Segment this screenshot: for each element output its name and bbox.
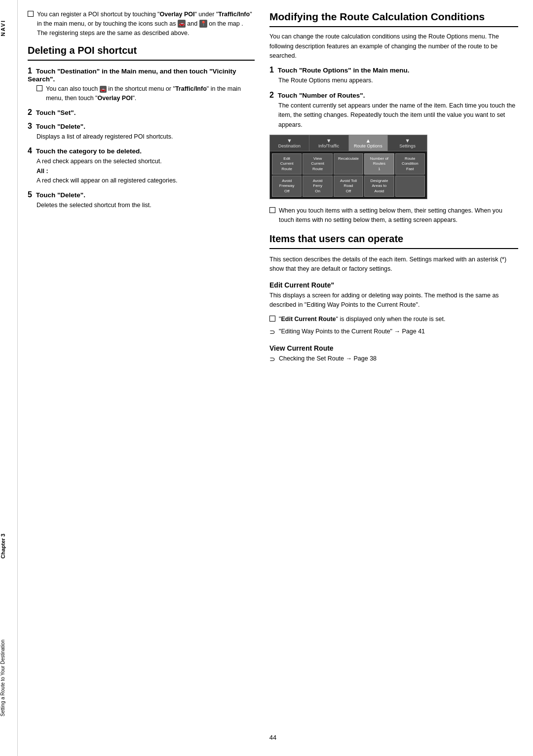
intro-cb-item: You can register a POI shortcut by touch… [28, 10, 255, 37]
step-5-header: 5 Touch "Delete". [28, 190, 255, 199]
page-number: 44 [28, 734, 518, 741]
tab-info-traffic[interactable]: ▼ Info/Traffic [309, 135, 349, 151]
right-column: Modifying the Route Calculation Conditio… [269, 10, 518, 719]
arrow-icon-2: ⊃ [269, 354, 275, 364]
sidebar: NAVI Chapter 3 Setting a Route to Your D… [0, 0, 18, 756]
route-options-tab-icon: ▲ [350, 138, 387, 144]
step-4-body: A red check appears on the selected shor… [37, 157, 255, 185]
btn-number-of-routes[interactable]: Number ofRoutes1 [364, 153, 394, 175]
step-1-label: Touch "Destination" in the Main menu, an… [28, 68, 236, 83]
step-2: 2 Touch "Set". [28, 108, 255, 117]
edit-route-arrow-item: ⊃ "Editing Way Points to the Current Rou… [269, 327, 518, 337]
btn-empty [395, 176, 425, 197]
step-2-label: Touch "Set". [36, 109, 76, 116]
btn-route-condition[interactable]: RouteConditionFast [395, 153, 425, 175]
tab-settings-label: Settings [399, 144, 416, 148]
step-1-cb: You can also touch 🚗 in the shortcut men… [37, 84, 255, 103]
right-step-2-label: Touch "Number of Routes". [278, 92, 365, 99]
right-step-1-number: 1 [269, 66, 274, 74]
checkbox-icon [269, 207, 275, 213]
step-3-number: 3 [28, 122, 32, 130]
sidebar-setting-label: Setting a Route to Your Destination [0, 640, 18, 717]
step-1-number: 1 [28, 67, 32, 75]
step-1-header: 1 Touch "Destination" in the Main menu, … [28, 67, 255, 83]
btn-avoid-ferry[interactable]: AvoidFerryOn [303, 176, 332, 197]
step-1-cb-text: You can also touch 🚗 in the shortcut men… [46, 84, 255, 103]
right-step-2-header: 2 Touch "Number of Routes". [269, 91, 518, 100]
btn-edit-current-route[interactable]: EditCurrentRoute [272, 153, 302, 175]
step-2-header: 2 Touch "Set". [28, 108, 255, 117]
main-content: You can register a POI shortcut by touch… [18, 0, 533, 756]
icon-car: 🚗 [178, 20, 186, 28]
step-1: 1 Touch "Destination" in the Main menu, … [28, 67, 255, 103]
edit-current-route-title: Edit Current Route" [269, 281, 518, 289]
page-wrapper: NAVI Chapter 3 Setting a Route to Your D… [0, 0, 533, 756]
step-4: 4 Touch the category to be deleted. A re… [28, 146, 255, 185]
two-column-layout: You can register a POI shortcut by touch… [28, 10, 518, 719]
left-column: You can register a POI shortcut by touch… [28, 10, 255, 719]
destination-tab-icon: ▼ [271, 138, 308, 144]
step-4-label: Touch the category to be deleted. [36, 147, 142, 155]
right-step-1: 1 Touch "Route Options" in the Main menu… [269, 66, 518, 85]
icon-shortcut: 🚗 [100, 86, 107, 93]
screenshot-note-cb: When you touch items with a setting belo… [269, 206, 518, 225]
tab-destination-label: Destination [278, 144, 301, 148]
step-5-label: Touch "Delete". [36, 191, 85, 199]
info-traffic-tab-icon: ▼ [310, 138, 347, 144]
modifying-section-title: Modifying the Route Calculation Conditio… [269, 10, 518, 27]
items-intro: This section describes the details of th… [269, 255, 518, 274]
step-2-number: 2 [28, 108, 32, 116]
edit-current-route-body: This displays a screen for adding or del… [269, 291, 518, 310]
sidebar-chapter-label: Chapter 3 [0, 534, 18, 559]
tab-route-options-label: Route Options [354, 144, 382, 148]
edit-route-cb-text: "Edit Current Route" is displayed only w… [279, 315, 518, 324]
step-3-body: Displays a list of already registered PO… [37, 132, 255, 142]
btn-recalculate[interactable]: Recalculate [334, 153, 363, 175]
sidebar-navi-label: NAVI [0, 20, 18, 36]
edit-route-cb-item: "Edit Current Route" is displayed only w… [269, 315, 518, 324]
step-1-sub: You can also touch 🚗 in the shortcut men… [37, 84, 255, 103]
modifying-intro: You can change the route calculation con… [269, 32, 518, 61]
view-route-arrow-text: Checking the Set Route → Page 38 [279, 354, 377, 363]
btn-avoid-toll-road[interactable]: Avoid TollRoadOff [334, 176, 363, 197]
top-intro-section: You can register a POI shortcut by touch… [28, 10, 255, 37]
items-section-title: Items that users can operate [269, 233, 518, 249]
step-5-number: 5 [28, 190, 32, 199]
right-step-1-body: The Route Options menu appears. [278, 76, 518, 85]
nav-tab-bar: ▼ Destination ▼ Info/Traffic ▲ Route Opt… [270, 135, 427, 151]
nav-screenshot: ▼ Destination ▼ Info/Traffic ▲ Route Opt… [269, 135, 427, 199]
btn-avoid-freeway[interactable]: AvoidFreewayOff [272, 176, 302, 197]
btn-view-current-route[interactable]: ViewCurrentRoute [303, 153, 332, 175]
right-step-1-header: 1 Touch "Route Options" in the Main menu… [269, 66, 518, 74]
edit-route-arrow-text: "Editing Way Points to the Current Route… [279, 327, 425, 336]
right-step-2-number: 2 [269, 91, 274, 99]
step-4-header: 4 Touch the category to be deleted. [28, 146, 255, 155]
step-4-number: 4 [28, 146, 32, 155]
step-5: 5 Touch "Delete". Deletes the selected s… [28, 190, 255, 210]
btn-designate-areas[interactable]: DesignateAreas toAvoid [364, 176, 394, 197]
step-3-header: 3 Touch "Delete". [28, 122, 255, 131]
icon-poi: 📍 [199, 20, 207, 28]
checkbox-icon [37, 85, 42, 91]
right-step-1-label: Touch "Route Options" in the Main menu. [278, 67, 410, 74]
checkbox-icon [269, 316, 275, 322]
step-3-label: Touch "Delete". [36, 123, 85, 130]
right-step-2: 2 Touch "Number of Routes". The content … [269, 91, 518, 130]
arrow-icon: ⊃ [269, 327, 275, 337]
screenshot-note-text: When you touch items with a setting belo… [279, 206, 518, 225]
tab-settings[interactable]: ▼ Settings [388, 135, 427, 151]
nav-grid: EditCurrentRoute ViewCurrentRoute Recalc… [270, 151, 427, 199]
step-5-body: Deletes the selected shortcut from the l… [37, 201, 255, 210]
tab-route-options[interactable]: ▲ Route Options [349, 135, 388, 151]
intro-cb-text: You can register a POI shortcut by touch… [37, 10, 255, 37]
view-current-route-title: View Current Route [269, 344, 518, 352]
settings-tab-icon: ▼ [389, 138, 426, 144]
deleting-section-title: Deleting a POI shortcut [28, 44, 255, 61]
all-label: All : [37, 168, 48, 175]
tab-info-traffic-label: Info/Traffic [318, 144, 339, 148]
view-route-arrow-item: ⊃ Checking the Set Route → Page 38 [269, 354, 518, 364]
checkbox-icon [28, 11, 34, 17]
step-3: 3 Touch "Delete". Displays a list of alr… [28, 122, 255, 142]
tab-destination[interactable]: ▼ Destination [270, 135, 309, 151]
right-step-2-body: The content currently set appears under … [278, 101, 518, 130]
